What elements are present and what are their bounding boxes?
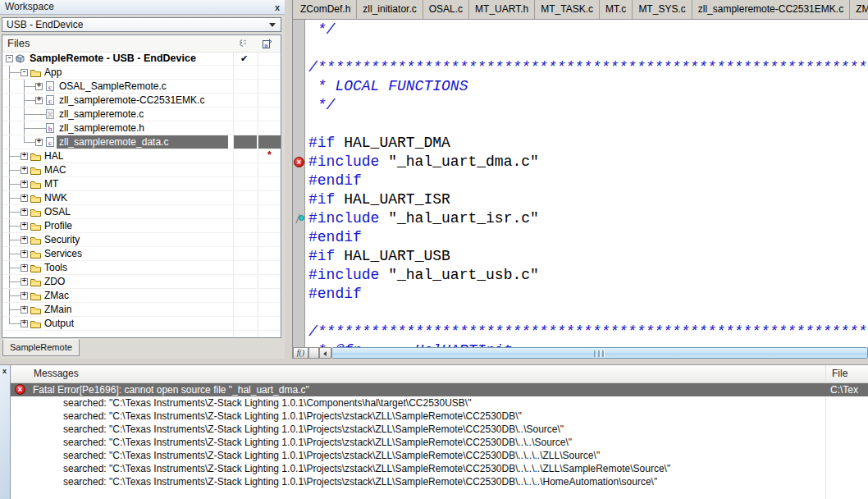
error-file-path: C:\Tex [830, 383, 858, 396]
tree-item-osal-sampleremote-c[interactable]: +cOSAL_SampleRemote.c [2, 80, 281, 94]
tree-item-label: MAC [42, 163, 69, 176]
folder-icon [30, 262, 42, 273]
tree-item-osal[interactable]: +OSAL [2, 205, 281, 219]
code-line: #endif [308, 285, 362, 304]
editor-tab-mt-c[interactable]: MT.c [600, 0, 633, 19]
code-line: #include "_hal_uart_dma.c" [308, 153, 539, 172]
scrollbar-thumb[interactable] [331, 347, 868, 359]
expand-toggle-icon[interactable]: + [21, 167, 28, 174]
file-column-header: File [832, 368, 847, 379]
message-row-searched-path[interactable]: searched: "C:\Texas Instruments\Z-Stack … [11, 462, 868, 475]
files-column-header: Files [2, 35, 281, 53]
tree-connector-line [9, 309, 21, 310]
scroll-left-button[interactable] [319, 347, 331, 359]
tree-item-mac[interactable]: +MAC [2, 163, 281, 177]
close-icon[interactable]: x [2, 367, 7, 375]
tree-item-sampleremote-usb-enddevice[interactable]: -SampleRemote - USB - EndDevice✔ [2, 52, 281, 66]
expand-toggle-icon[interactable]: + [21, 292, 28, 300]
message-row-searched-path[interactable]: searched: "C:\Texas Instruments\Z-Stack … [11, 423, 868, 436]
tree-item-nwk[interactable]: +NWK [2, 191, 281, 205]
workspace-tab-sampleremote[interactable]: SampleRemote [2, 339, 80, 356]
message-row-searched-path[interactable]: searched: "C:\Texas Instruments\Z-Stack … [11, 475, 868, 488]
tree-item-security[interactable]: +Security [2, 233, 281, 247]
collapse-toggle-icon[interactable]: - [21, 69, 28, 76]
tree-connector-line [9, 212, 21, 213]
editor-tab-zcomdef-h[interactable]: ZComDef.h [295, 0, 357, 19]
tree-item-zdo[interactable]: +ZDO [2, 275, 281, 289]
ide-window: Workspace x USB - EndDevice Files -Sampl… [0, 0, 868, 499]
tree-item-output[interactable]: +Output [2, 317, 281, 331]
expand-toggle-icon[interactable]: + [35, 97, 43, 104]
expand-toggle-icon[interactable]: + [21, 278, 28, 286]
tree-item-label: Profile [42, 219, 75, 232]
tree-item-label: zll_sampleremote.c [57, 108, 146, 121]
editor-tab-zmain-c[interactable]: ZMain.c [850, 0, 868, 19]
build-output-column-icon[interactable] [262, 38, 273, 49]
workspace-bottom-tab-strip: SampleRemote [0, 338, 285, 359]
message-row-error[interactable]: ×Fatal Error[Pe1696]: cannot open source… [11, 383, 868, 396]
editor-tab-mt-task-c[interactable]: MT_TASK.c [535, 0, 600, 19]
tree-item-zll-sampleremote-c[interactable]: zll_sampleremote.c [2, 108, 281, 121]
editor-tab-zll-sampleremote-cc2531emk-c[interactable]: zll_sampleremote-CC2531EMK.c [692, 0, 850, 19]
folder-icon [30, 192, 42, 204]
tree-item-label: Services [42, 247, 85, 260]
expand-toggle-icon[interactable]: + [21, 208, 28, 216]
tree-item-zmac[interactable]: +ZMac [2, 289, 281, 303]
tree-connector-line [9, 282, 21, 282]
tree-item-hal[interactable]: +HAL* [2, 149, 281, 163]
tree-connector-line [9, 268, 21, 268]
tree-item-app[interactable]: -App [2, 66, 281, 80]
tree-item-zmain[interactable]: +ZMain [2, 303, 281, 317]
tree-item-mt[interactable]: +MT [2, 177, 281, 191]
selection-cell [234, 135, 257, 149]
tree-item-profile[interactable]: +Profile [2, 219, 281, 233]
function-list-button[interactable]: f() [293, 347, 308, 359]
tree-connector-line [9, 170, 21, 171]
code-line: #if HAL_UART_DMA [308, 134, 450, 153]
message-row-searched-path[interactable]: searched: "C:\Texas Instruments\Z-Stack … [11, 410, 868, 423]
c-file-icon: c [45, 80, 57, 92]
message-row-searched-path[interactable]: searched: "C:\Texas Instruments\Z-Stack … [11, 436, 868, 449]
expand-toggle-icon[interactable]: + [21, 236, 28, 244]
expand-toggle-icon[interactable]: + [21, 222, 28, 230]
editor-gutter[interactable] [293, 20, 305, 347]
bookmark-button[interactable] [308, 347, 319, 359]
option-overrides-column-icon[interactable] [237, 38, 249, 49]
project-cube-icon [15, 53, 27, 64]
horizontal-splitter[interactable] [0, 359, 868, 364]
editor-tab-mt-uart-h[interactable]: MT_UART.h [469, 0, 535, 19]
expand-toggle-icon[interactable]: + [21, 264, 28, 272]
tree-item-zll-sampleremote-h[interactable]: hzll_sampleremote.h [2, 121, 281, 135]
expand-toggle-icon[interactable]: + [35, 139, 43, 146]
editor-tab-zll-initiator-c[interactable]: zll_initiator.c [357, 0, 423, 19]
editor-tab-osal-c[interactable]: OSAL.c [423, 0, 469, 19]
tree-item-services[interactable]: +Services [2, 247, 281, 261]
close-icon[interactable]: x [275, 1, 280, 15]
error-icon: × [15, 384, 25, 395]
collapse-toggle-icon[interactable]: - [6, 55, 13, 62]
tree-item-zll-sampleremote-data-c[interactable]: +czll_sampleremote_data.c [2, 135, 281, 149]
tree-item-zll-sampleremote-cc2531emk-c[interactable]: +czll_sampleremote-CC2531EMK.c [2, 94, 281, 108]
configuration-dropdown[interactable]: USB - EndDevice [2, 17, 281, 32]
tree-item-label: HAL [42, 149, 66, 163]
scrollbar-track[interactable] [331, 347, 868, 359]
message-row-searched-path[interactable]: searched: "C:\Texas Instruments\Z-Stack … [11, 449, 868, 462]
vertical-splitter[interactable] [285, 0, 292, 359]
code-editor[interactable]: *//*************************************… [293, 20, 868, 347]
expand-toggle-icon[interactable]: + [21, 195, 28, 202]
tree-connector-line [24, 86, 36, 87]
tree-item-tools[interactable]: +Tools [2, 261, 281, 275]
expand-toggle-icon[interactable]: + [21, 250, 28, 258]
tree-item-label: ZMac [42, 289, 71, 302]
editor-tab-mt-sys-c[interactable]: MT_SYS.c [633, 0, 692, 19]
expand-toggle-icon[interactable]: + [21, 153, 28, 160]
svg-text:h: h [48, 125, 53, 133]
expand-toggle-icon[interactable]: + [35, 83, 43, 90]
svg-text:c: c [48, 139, 52, 147]
expand-toggle-icon[interactable]: + [21, 306, 28, 314]
svg-text:c: c [48, 83, 52, 91]
expand-toggle-icon[interactable]: + [21, 320, 28, 327]
expand-toggle-icon[interactable]: + [21, 181, 28, 188]
folder-icon [30, 66, 42, 78]
message-row-searched-path[interactable]: searched: "C:\Texas Instruments\Z-Stack … [11, 396, 868, 410]
